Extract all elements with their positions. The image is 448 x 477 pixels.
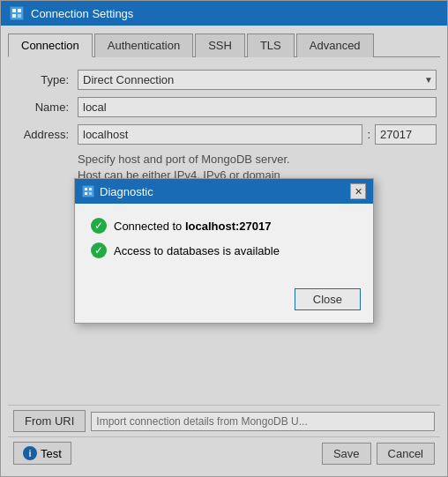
dialog-title-bar: Diagnostic ✕ xyxy=(75,179,373,204)
title-bar: Connection Settings xyxy=(1,1,447,26)
svg-rect-5 xyxy=(89,188,92,190)
dialog-title-left: Diagnostic xyxy=(82,185,153,198)
svg-rect-3 xyxy=(18,14,21,18)
dialog-footer: Close xyxy=(75,281,373,323)
connected-prefix: Connected to xyxy=(114,220,185,233)
status-access-icon: ✓ xyxy=(91,242,107,258)
svg-rect-0 xyxy=(12,9,16,12)
dialog-title-text: Diagnostic xyxy=(100,185,153,198)
status-connected-icon: ✓ xyxy=(91,218,107,234)
svg-rect-1 xyxy=(18,9,21,12)
dialog-connected-text: Connected to localhost:27017 xyxy=(114,220,272,233)
svg-rect-2 xyxy=(12,14,16,18)
window-title: Connection Settings xyxy=(31,7,133,20)
connection-settings-window: Connection Settings Connection Authentic… xyxy=(0,0,448,477)
connected-host: localhost:27017 xyxy=(185,220,272,233)
dialog-overlay: Diagnostic ✕ ✓ Connected to localhost:27… xyxy=(1,26,447,476)
svg-rect-7 xyxy=(89,192,92,195)
dialog-message-2: ✓ Access to databases is available xyxy=(91,242,357,258)
diagnostic-dialog: Diagnostic ✕ ✓ Connected to localhost:27… xyxy=(74,178,374,324)
window-icon xyxy=(10,6,24,20)
dialog-message-1: ✓ Connected to localhost:27017 xyxy=(91,218,357,234)
dialog-body: ✓ Connected to localhost:27017 ✓ Access … xyxy=(75,204,373,281)
window-content: Connection Authentication SSH TLS Advanc… xyxy=(1,26,447,476)
dialog-access-text: Access to databases is available xyxy=(114,244,280,257)
svg-rect-4 xyxy=(85,188,87,190)
dialog-close-icon-btn[interactable]: ✕ xyxy=(350,183,366,199)
svg-rect-6 xyxy=(85,192,87,195)
dialog-icon xyxy=(82,185,94,198)
dialog-close-button[interactable]: Close xyxy=(295,288,361,310)
